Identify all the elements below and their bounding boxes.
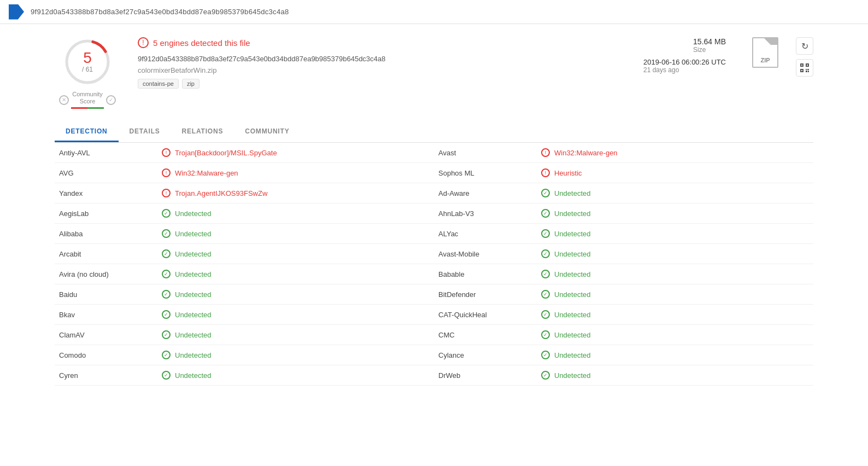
clean-icon: ✓: [162, 290, 171, 299]
date-value: 2019-06-16 06:00:26 UTC: [643, 58, 726, 66]
result-row: Alibaba✓Undetected: [55, 224, 434, 244]
engine-name: Avira (no cloud): [59, 270, 157, 278]
result-row: AegisLab✓Undetected: [55, 203, 434, 224]
result-row: Antiy-AVL!Trojan[Backdoor]/MSIL.SpyGate: [55, 143, 434, 163]
gauge-total: / 61: [82, 66, 93, 73]
result-row: AVG!Win32:Malware-gen: [55, 163, 434, 183]
zip-file-icon: ZIP: [752, 37, 778, 68]
engine-name: Comodo: [59, 351, 157, 359]
result-label: Undetected: [554, 270, 591, 278]
engine-name: Babable: [438, 270, 537, 278]
tab-details[interactable]: DETAILS: [119, 122, 171, 142]
result-row: Cyren✓Undetected: [55, 365, 434, 386]
clean-icon: ✓: [541, 189, 550, 197]
result-label: Trojan.AgentIJKOS93FSwZw: [175, 189, 267, 197]
summary-row: 5 / 61 ✕ Community Score ✓: [55, 37, 813, 109]
result-row: Arcabit✓Undetected: [55, 244, 434, 264]
result-label: Undetected: [554, 290, 591, 299]
result-label: Undetected: [554, 189, 591, 197]
engine-name: Ad-Aware: [438, 189, 537, 197]
gauge-circle: 5 / 61: [63, 37, 112, 86]
result-label: Undetected: [554, 331, 591, 339]
engine-name: Sophos ML: [438, 169, 537, 177]
community-score-bar: [71, 107, 104, 109]
result-row: ALYac✓Undetected: [434, 224, 813, 244]
clean-icon: ✓: [541, 209, 550, 218]
svg-rect-9: [807, 69, 809, 70]
clean-icon: ✓: [162, 229, 171, 238]
svg-rect-11: [808, 71, 809, 72]
detection-warning-icon: !: [138, 37, 149, 48]
result-label: Undetected: [554, 230, 591, 238]
action-buttons: ↻: [796, 37, 813, 77]
tag-contains-pe: contains-pe: [138, 79, 179, 89]
community-label-line2: Score: [80, 98, 96, 105]
result-label: Trojan[Backdoor]/MSIL.SpyGate: [175, 149, 277, 157]
engine-name: AVG: [59, 169, 157, 177]
result-label: Undetected: [175, 311, 212, 319]
date-ago: 21 days ago: [643, 66, 726, 74]
engine-name: ALYac: [438, 230, 537, 238]
zip-label: ZIP: [760, 57, 770, 63]
tab-community[interactable]: COMMUNITY: [234, 122, 300, 142]
result-row: Ad-Aware✓Undetected: [434, 183, 813, 203]
date-block: 2019-06-16 06:00:26 UTC 21 days ago: [643, 58, 726, 74]
file-hash-display: 9f912d0a543388b87bd8a3ef27c9a543e0bd34bd…: [138, 55, 610, 63]
detected-icon: !: [162, 148, 171, 157]
clean-icon: ✓: [162, 270, 171, 278]
size-block: 15.64 MB Size: [693, 37, 726, 54]
engine-name: CAT-QuickHeal: [438, 311, 537, 319]
refresh-button[interactable]: ↻: [796, 37, 813, 55]
result-row: AhnLab-V3✓Undetected: [434, 203, 813, 224]
detection-title: ! 5 engines detected this file: [138, 37, 610, 48]
engine-name: AhnLab-V3: [438, 209, 537, 218]
gauge-container: 5 / 61 ✕ Community Score ✓: [55, 37, 120, 109]
community-score-check-icon: ✓: [106, 95, 116, 105]
clean-icon: ✓: [541, 249, 550, 258]
engine-name: CMC: [438, 331, 537, 339]
tab-relations[interactable]: RELATIONS: [171, 122, 234, 142]
result-label: Undetected: [175, 209, 212, 218]
tags-row: contains-pe zip: [138, 79, 610, 89]
clean-icon: ✓: [541, 290, 550, 299]
engine-name: Baidu: [59, 290, 157, 299]
engine-name: Avast-Mobile: [438, 250, 537, 258]
qr-button[interactable]: [796, 59, 813, 77]
detection-header: ! 5 engines detected this file 9f912d0a5…: [138, 37, 610, 89]
gauge-text: 5 / 61: [82, 50, 93, 73]
results-grid: Antiy-AVL!Trojan[Backdoor]/MSIL.SpyGateA…: [55, 143, 813, 386]
result-label: Undetected: [175, 351, 212, 359]
tabs-row: DETECTION DETAILS RELATIONS COMMUNITY: [55, 122, 813, 143]
result-label: Undetected: [554, 250, 591, 258]
community-label-line1: Community: [72, 91, 103, 98]
result-label: Heuristic: [554, 169, 582, 177]
engine-name: ClamAV: [59, 331, 157, 339]
file-name: colormixerBetaforWin.zip: [138, 66, 610, 74]
community-score-row: ✕ Community Score ✓: [59, 91, 116, 109]
svg-rect-10: [806, 71, 807, 72]
topbar: 9f912d0a543388b87bd8a3ef27c9a543e0bd34bd…: [0, 0, 868, 24]
result-label: Undetected: [175, 250, 212, 258]
file-meta: 15.64 MB Size 2019-06-16 06:00:26 UTC 21…: [627, 37, 726, 74]
clean-icon: ✓: [162, 249, 171, 258]
result-label: Undetected: [554, 371, 591, 380]
result-label: Win32:Malware-gen: [554, 149, 618, 157]
clean-icon: ✓: [162, 351, 171, 359]
engine-name: Arcabit: [59, 250, 157, 258]
engine-name: DrWeb: [438, 371, 537, 380]
result-row: Babable✓Undetected: [434, 264, 813, 284]
svg-rect-6: [807, 65, 808, 66]
result-label: Win32:Malware-gen: [175, 169, 238, 177]
result-row: Avast!Win32:Malware-gen: [434, 143, 813, 163]
tag-zip: zip: [182, 79, 200, 89]
tab-detection[interactable]: DETECTION: [55, 122, 119, 142]
result-row: Avast-Mobile✓Undetected: [434, 244, 813, 264]
engine-name: Alibaba: [59, 230, 157, 238]
engine-name: Cyren: [59, 371, 157, 380]
community-bar-green: [87, 107, 104, 109]
result-row: Baidu✓Undetected: [55, 284, 434, 305]
engines-detected-label: 5 engines detected this file: [153, 38, 250, 48]
result-row: Sophos ML!Heuristic: [434, 163, 813, 183]
app-logo[interactable]: [9, 4, 24, 20]
engine-name: Bkav: [59, 311, 157, 319]
